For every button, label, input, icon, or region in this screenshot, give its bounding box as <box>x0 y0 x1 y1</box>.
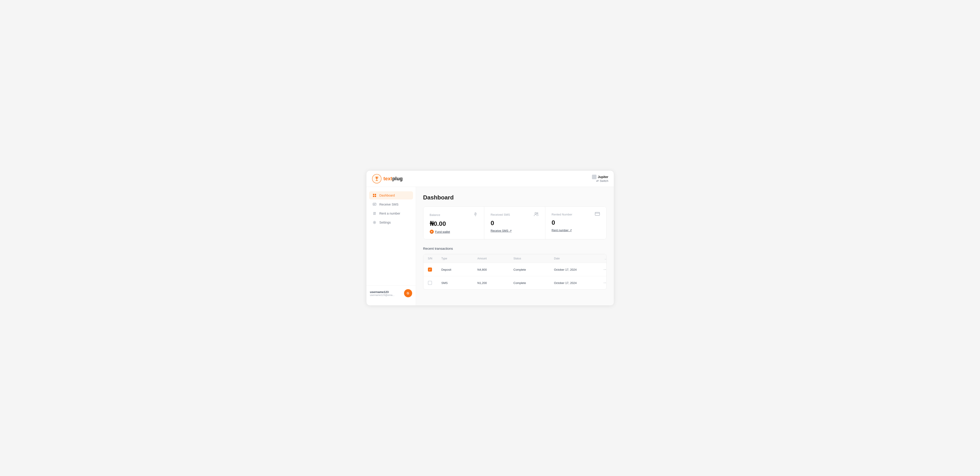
row-sn <box>428 281 441 285</box>
balance-card: Balance ₦0.00 + Fund wallet <box>423 207 484 239</box>
row-type: SMS <box>441 281 477 285</box>
table-header: S/N Type Amount Status Date ... <box>423 254 606 263</box>
header: textplug Jupiter ⇄ Switch <box>366 170 614 187</box>
row-sn <box>428 267 441 272</box>
plus-icon: + <box>430 230 434 234</box>
sidebar-item-label: Dashboard <box>379 194 395 197</box>
svg-rect-3 <box>375 194 376 195</box>
received-sms-card: Received SMS 0 Receive SMS ↗ <box>484 207 545 239</box>
row-amount: N1,200 <box>477 281 514 285</box>
svg-rect-10 <box>595 212 600 215</box>
workspace-name: Jupiter <box>598 175 608 179</box>
receive-sms-link[interactable]: Receive SMS ↗ <box>490 229 539 232</box>
switch-button[interactable]: ⇄ Switch <box>596 179 608 183</box>
sidebar-item-rent-number[interactable]: Rent a number <box>369 209 413 218</box>
body: Dashboard Receive SMS <box>366 187 614 306</box>
workspace-section: Jupiter ⇄ Switch <box>592 175 608 183</box>
row-date: October 17, 2024 <box>554 281 599 285</box>
more-options-button[interactable]: ··· <box>602 267 607 272</box>
rented-number-value: 0 <box>552 219 600 226</box>
row-more: ··· <box>599 280 607 286</box>
row-type: Deposit <box>441 268 477 271</box>
sidebar-item-label: Receive SMS <box>379 203 399 206</box>
main-content: Dashboard Balance ₦0.00 + <box>416 187 614 306</box>
row-more: ··· <box>599 267 607 272</box>
page-title: Dashboard <box>423 194 607 201</box>
sidebar-item-label: Rent a number <box>379 212 401 215</box>
th-sn: S/N <box>428 257 441 260</box>
sidebar-footer: username123 username123@ema... G <box>366 285 416 301</box>
stat-header: Rented Number <box>552 212 600 217</box>
gear-icon <box>372 221 377 224</box>
svg-point-9 <box>537 213 538 214</box>
svg-rect-4 <box>373 196 374 197</box>
svg-point-1 <box>376 177 377 178</box>
more-options-button[interactable]: ··· <box>602 280 607 286</box>
svg-point-7 <box>374 222 375 223</box>
rent-number-link[interactable]: Rent number ↗ <box>552 229 600 232</box>
sidebar: Dashboard Receive SMS <box>366 187 416 306</box>
logo-icon <box>372 174 382 184</box>
row-checkbox[interactable] <box>428 267 432 272</box>
stat-header: Balance <box>430 212 478 218</box>
switch-icon: ⇄ <box>596 179 599 183</box>
workspace-icon <box>592 175 597 179</box>
sidebar-item-settings[interactable]: Settings <box>369 218 413 226</box>
th-status: Status <box>514 257 554 260</box>
nav-items: Dashboard Receive SMS <box>366 191 416 285</box>
stats-grid: Balance ₦0.00 + Fund wallet <box>423 207 607 239</box>
user-email: username123@ema... <box>370 294 402 296</box>
message-icon <box>372 203 377 206</box>
row-status: Complete <box>514 268 554 271</box>
received-sms-label: Received SMS <box>490 213 510 217</box>
th-date: Date <box>554 257 599 260</box>
logo-area: textplug <box>372 174 403 184</box>
logo-text: textplug <box>383 176 403 181</box>
table-row: SMS N1,200 Complete October 17, 2024 ··· <box>423 276 606 290</box>
stat-header: Received SMS <box>490 212 539 217</box>
sidebar-item-dashboard[interactable]: Dashboard <box>369 191 413 199</box>
th-type: Type <box>441 257 477 260</box>
th-amount: Amount <box>477 257 514 260</box>
people-icon <box>534 212 539 217</box>
row-date: October 17, 2024 <box>554 268 599 271</box>
svg-rect-2 <box>373 194 374 195</box>
sidebar-item-label: Settings <box>379 221 391 224</box>
fund-wallet-button[interactable]: + Fund wallet <box>430 230 450 234</box>
section-title: Recent transactions <box>423 247 607 250</box>
transactions-table: S/N Type Amount Status Date ... Deposit … <box>423 254 607 290</box>
balance-value: ₦0.00 <box>430 220 478 228</box>
app-container: textplug Jupiter ⇄ Switch <box>366 170 614 306</box>
hash-icon <box>372 212 377 215</box>
row-amount: N4,800 <box>477 268 514 271</box>
balance-label: Balance <box>430 213 440 217</box>
table-row: Deposit N4,800 Complete October 17, 2024… <box>423 263 606 276</box>
row-status: Complete <box>514 281 554 285</box>
card-icon <box>595 212 600 217</box>
user-info: username123 username123@ema... <box>370 290 402 296</box>
dollar-icon <box>473 212 478 218</box>
received-sms-value: 0 <box>490 220 539 227</box>
svg-rect-5 <box>375 196 376 197</box>
sidebar-item-receive-sms[interactable]: Receive SMS <box>369 201 413 209</box>
grid-icon <box>372 194 377 197</box>
rented-number-label: Rented Number <box>552 213 572 216</box>
avatar[interactable]: G <box>404 289 412 297</box>
transactions-section: Recent transactions S/N Type Amount Stat… <box>423 247 607 290</box>
user-name: username123 <box>370 290 402 294</box>
svg-rect-6 <box>373 203 376 205</box>
svg-point-8 <box>535 213 536 214</box>
th-more: ... <box>599 257 607 260</box>
rented-number-card: Rented Number 0 Rent number ↗ <box>545 207 606 239</box>
row-checkbox[interactable] <box>428 281 432 285</box>
